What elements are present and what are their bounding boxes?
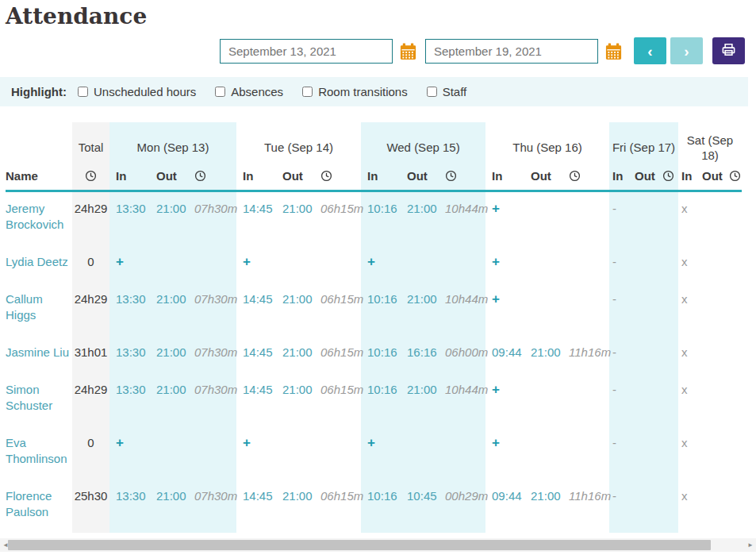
- unscheduled-hours-checkbox[interactable]: [78, 87, 88, 97]
- staff-name-link[interactable]: Florence Paulson: [6, 489, 52, 518]
- out-time-link[interactable]: 21:00: [282, 292, 313, 306]
- scrollbar-thumb[interactable]: [8, 540, 711, 550]
- out-time-link[interactable]: 16:16: [407, 345, 437, 359]
- in-time-link[interactable]: 10:16: [367, 292, 397, 306]
- duration-cell: [188, 426, 236, 480]
- in-time-link[interactable]: 13:30: [116, 345, 146, 359]
- out-time-link[interactable]: 21:00: [407, 202, 437, 215]
- out-time-link[interactable]: 21:00: [282, 345, 313, 359]
- duration-cell: 07h30m: [188, 191, 236, 245]
- out-time-link[interactable]: 21:00: [531, 489, 561, 503]
- in-time-cell: 10:16: [361, 283, 401, 336]
- in-time-link[interactable]: 14:45: [243, 489, 273, 503]
- duration-label: 07h30m: [194, 383, 237, 396]
- in-time-link[interactable]: 10:16: [367, 345, 397, 359]
- duration-cell: [659, 373, 678, 426]
- end-date-input[interactable]: [425, 39, 598, 64]
- in-time-link[interactable]: 13:30: [116, 202, 146, 215]
- in-time-link[interactable]: 10:16: [367, 202, 397, 215]
- previous-week-button[interactable]: ‹: [634, 37, 666, 64]
- add-time-button[interactable]: +: [367, 435, 375, 450]
- duration-label: 06h00m: [445, 345, 488, 359]
- staff-name-link[interactable]: Jasmine Liu: [6, 345, 69, 359]
- out-time-link[interactable]: 21:00: [407, 383, 437, 396]
- staff-name-link[interactable]: Callum Higgs: [6, 292, 43, 322]
- start-date-calendar-button[interactable]: [399, 42, 417, 60]
- in-time-cell: 14:45: [236, 480, 276, 533]
- in-time-cell: +: [361, 245, 401, 283]
- in-time-link[interactable]: 09:44: [492, 345, 522, 359]
- checkbox-unscheduled-hours[interactable]: Unscheduled hours: [78, 85, 196, 98]
- total-hours-value: 24h29: [72, 373, 109, 426]
- out-time-link[interactable]: 21:00: [156, 489, 186, 503]
- add-time-button[interactable]: +: [492, 291, 500, 306]
- in-time-cell: +: [109, 245, 150, 283]
- absences-checkbox[interactable]: [215, 87, 225, 97]
- add-time-button[interactable]: +: [116, 254, 124, 269]
- duration-cell: 10h44m: [439, 283, 485, 336]
- add-time-button[interactable]: +: [492, 254, 500, 269]
- in-time-cell: +: [109, 426, 150, 480]
- out-time-cell: [631, 191, 659, 245]
- staff-name-cell: Florence Paulson: [6, 480, 72, 533]
- duration-label: 10h44m: [445, 202, 488, 215]
- out-time-link[interactable]: 21:00: [156, 345, 186, 359]
- out-time-cell: 21:00: [150, 191, 188, 245]
- duration-label: 06h15m: [320, 383, 363, 396]
- in-time-link[interactable]: 13:30: [116, 383, 146, 396]
- checkbox-staff[interactable]: Staff: [427, 85, 467, 98]
- checkbox-room-transitions[interactable]: Room transitions: [302, 85, 408, 98]
- out-time-link[interactable]: 21:00: [282, 383, 313, 396]
- in-time-cell: -: [609, 480, 631, 533]
- staff-name-link[interactable]: Lydia Deetz: [6, 255, 68, 268]
- out-time-link[interactable]: 21:00: [156, 383, 186, 396]
- out-time-cell: 10:45: [401, 480, 439, 533]
- add-time-button[interactable]: +: [492, 382, 500, 397]
- in-time-link[interactable]: 10:16: [367, 383, 397, 396]
- staff-name-link[interactable]: Simon Schuster: [6, 383, 52, 412]
- duration-label: 07h30m: [194, 489, 237, 503]
- checkbox-absences[interactable]: Absences: [215, 85, 283, 98]
- out-time-cell: 21:00: [276, 336, 314, 373]
- in-time-link[interactable]: 13:30: [116, 292, 146, 306]
- duration-label: 10h44m: [445, 292, 488, 306]
- in-time-link[interactable]: 14:45: [243, 292, 273, 306]
- add-time-button[interactable]: +: [116, 435, 124, 450]
- staff-name-link[interactable]: Jeremy Brockovich: [6, 202, 63, 231]
- in-time-link[interactable]: 14:45: [243, 345, 273, 359]
- add-time-button[interactable]: +: [492, 435, 500, 450]
- add-time-button[interactable]: +: [243, 435, 251, 450]
- horizontal-scrollbar[interactable]: ◄ ►: [0, 538, 756, 552]
- out-time-link[interactable]: 21:00: [407, 292, 437, 306]
- scroll-right-arrow-icon[interactable]: ►: [747, 539, 754, 551]
- duration-cell: [562, 373, 609, 426]
- out-time-link[interactable]: 21:00: [156, 292, 186, 306]
- in-time-link[interactable]: 13:30: [116, 489, 146, 503]
- in-time-cell: 10:16: [361, 191, 401, 245]
- staff-name-cell: Eva Thomlinson: [6, 426, 72, 480]
- in-time-link[interactable]: 14:45: [243, 383, 273, 396]
- page-title: Attendance: [6, 3, 756, 29]
- add-time-button[interactable]: +: [492, 201, 500, 216]
- staff-name-link[interactable]: Eva Thomlinson: [6, 436, 67, 465]
- out-time-link[interactable]: 21:00: [156, 202, 186, 215]
- in-time-link[interactable]: 09:44: [492, 489, 522, 503]
- out-time-link[interactable]: 10:45: [407, 489, 437, 503]
- add-time-button[interactable]: +: [367, 254, 375, 269]
- room-transitions-checkbox[interactable]: [302, 87, 313, 97]
- next-week-button[interactable]: ›: [670, 37, 703, 64]
- out-time-cell: [699, 336, 726, 373]
- end-date-calendar-button[interactable]: [604, 42, 623, 60]
- in-time-link[interactable]: 14:45: [243, 202, 273, 215]
- start-date-input[interactable]: [220, 39, 393, 64]
- day-header-fri: Fri (Sep 17): [609, 122, 678, 165]
- print-button[interactable]: [712, 37, 745, 64]
- out-time-link[interactable]: 21:00: [531, 345, 561, 359]
- out-time-cell: [524, 373, 562, 426]
- add-time-button[interactable]: +: [243, 254, 251, 269]
- staff-checkbox[interactable]: [427, 87, 437, 97]
- in-time-link[interactable]: 10:16: [367, 489, 397, 503]
- total-column-header: Total: [72, 122, 109, 165]
- out-time-link[interactable]: 21:00: [282, 202, 313, 215]
- out-time-link[interactable]: 21:00: [282, 489, 313, 503]
